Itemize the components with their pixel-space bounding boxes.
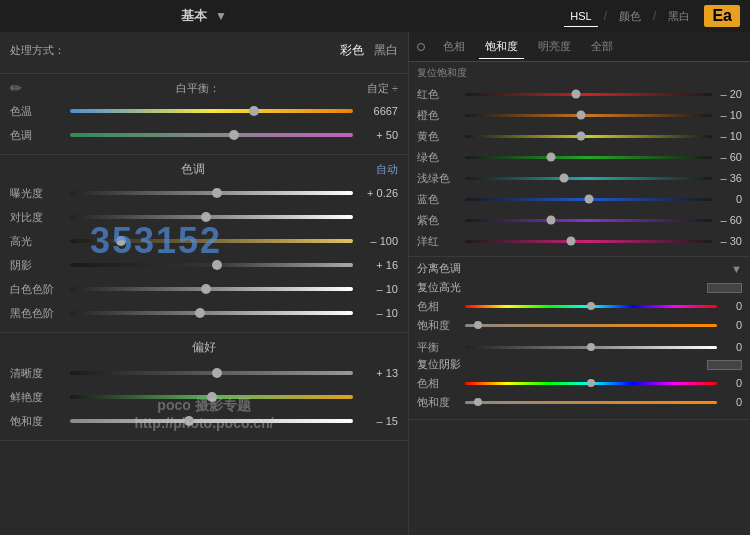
st-highlight-sat-slider[interactable]: [465, 318, 717, 332]
mode-color[interactable]: 彩色: [340, 42, 364, 59]
tone-title: 色调: [10, 161, 376, 178]
st-shadow-sat-slider[interactable]: [465, 395, 717, 409]
yellow-thumb[interactable]: [577, 132, 586, 141]
orange-value: – 10: [712, 109, 742, 121]
temp-thumb[interactable]: [249, 106, 259, 116]
processing-label: 处理方式：: [10, 43, 80, 58]
contrast-thumb[interactable]: [201, 212, 211, 222]
st-highlight-hue-thumb[interactable]: [587, 302, 595, 310]
magenta-value: – 30: [712, 235, 742, 247]
st-shadow-hue-value: 0: [717, 377, 742, 389]
magenta-thumb[interactable]: [567, 237, 576, 246]
white-clip-slider[interactable]: [70, 282, 353, 296]
tone-auto-btn[interactable]: 自动: [376, 162, 398, 177]
st-title: 分离色调: [417, 261, 461, 276]
blue-slider[interactable]: [465, 192, 712, 206]
shadow-slider[interactable]: [70, 258, 353, 272]
st-reset-shadow[interactable]: 复位阴影: [417, 357, 461, 372]
vibrance-slider[interactable]: [70, 390, 353, 404]
clarity-slider[interactable]: [70, 366, 353, 380]
clarity-label: 清晰度: [10, 366, 70, 381]
temp-slider[interactable]: [70, 104, 353, 118]
left-saturation-slider[interactable]: [70, 414, 353, 428]
white-clip-row: 白色色阶 – 10: [10, 278, 398, 300]
green-slider[interactable]: [465, 150, 712, 164]
magenta-label: 洋红: [417, 234, 465, 249]
camera-icon[interactable]: ✏: [10, 80, 30, 96]
hsl-tab-bar: 色相 饱和度 明亮度 全部: [409, 32, 750, 62]
st-highlight-hue-slider[interactable]: [465, 299, 717, 313]
st-arrow[interactable]: ▼: [731, 263, 742, 275]
left-saturation-value: – 15: [353, 415, 398, 427]
st-shadow-sat-thumb[interactable]: [474, 398, 482, 406]
clarity-row: 清晰度 + 13: [10, 362, 398, 384]
magenta-slider[interactable]: [465, 234, 712, 248]
left-saturation-row: 饱和度 – 15: [10, 410, 398, 432]
shadow-label: 阴影: [10, 258, 70, 273]
aqua-slider[interactable]: [465, 171, 712, 185]
preference-section: 偏好 清晰度 + 13 鲜艳度: [0, 333, 408, 441]
rp-tab-saturation[interactable]: 饱和度: [479, 35, 524, 59]
split-toning-section: 分离色调 ▼ 复位高光 色相 0: [409, 257, 750, 420]
red-thumb[interactable]: [572, 90, 581, 99]
purple-row: 紫色 – 60: [417, 210, 742, 230]
orange-thumb[interactable]: [577, 111, 586, 120]
wb-value[interactable]: 自定 ÷: [367, 81, 398, 96]
tint-thumb[interactable]: [229, 130, 239, 140]
red-label: 红色: [417, 87, 465, 102]
exposure-slider[interactable]: [70, 186, 353, 200]
purple-thumb[interactable]: [547, 216, 556, 225]
vibrance-thumb[interactable]: [207, 392, 217, 402]
rp-tab-brightness[interactable]: 明亮度: [532, 35, 577, 58]
st-balance-slider[interactable]: [465, 340, 717, 354]
reset-saturation-btn[interactable]: 复位饱和度: [417, 66, 467, 80]
white-clip-thumb[interactable]: [201, 284, 211, 294]
exposure-thumb[interactable]: [212, 188, 222, 198]
tint-slider[interactable]: [70, 128, 353, 142]
highlight-slider[interactable]: [70, 234, 353, 248]
st-highlight-sat-thumb[interactable]: [474, 321, 482, 329]
preference-title: 偏好: [10, 339, 398, 356]
exposure-label: 曝光度: [10, 186, 70, 201]
st-shadow-hue-slider[interactable]: [465, 376, 717, 390]
st-shadow-swatch[interactable]: [707, 360, 742, 370]
green-value: – 60: [712, 151, 742, 163]
st-balance-thumb[interactable]: [587, 343, 595, 351]
processing-options: 彩色 黑白: [80, 42, 398, 59]
tab-bw[interactable]: 黑白: [662, 5, 696, 28]
orange-slider[interactable]: [465, 108, 712, 122]
shadow-thumb[interactable]: [212, 260, 222, 270]
blue-thumb[interactable]: [584, 195, 593, 204]
rp-tab-hue[interactable]: 色相: [437, 35, 471, 58]
tab-hsl[interactable]: HSL: [564, 6, 597, 27]
black-clip-value: – 10: [353, 307, 398, 319]
purple-slider[interactable]: [465, 213, 712, 227]
ea-badge: Ea: [704, 5, 740, 27]
aqua-thumb[interactable]: [559, 174, 568, 183]
white-clip-label: 白色色阶: [10, 282, 70, 297]
st-highlight-swatch[interactable]: [707, 283, 742, 293]
green-thumb[interactable]: [547, 153, 556, 162]
clarity-thumb[interactable]: [212, 368, 222, 378]
mode-bw[interactable]: 黑白: [374, 42, 398, 59]
black-clip-slider[interactable]: [70, 306, 353, 320]
yellow-label: 黄色: [417, 129, 465, 144]
st-reset-highlight[interactable]: 复位高光: [417, 280, 461, 295]
tab-color[interactable]: 颜色: [613, 5, 647, 28]
yellow-slider[interactable]: [465, 129, 712, 143]
st-highlight-subsection: 复位高光 色相 0 饱和度: [417, 280, 742, 334]
basic-arrow[interactable]: ▼: [215, 9, 227, 23]
red-slider[interactable]: [465, 87, 712, 101]
highlight-thumb[interactable]: [116, 236, 126, 246]
black-clip-thumb[interactable]: [195, 308, 205, 318]
white-clip-value: – 10: [353, 283, 398, 295]
left-saturation-thumb[interactable]: [184, 416, 194, 426]
contrast-slider[interactable]: [70, 210, 353, 224]
orange-label: 橙色: [417, 108, 465, 123]
tint-value: + 50: [353, 129, 398, 141]
st-balance-value: 0: [717, 341, 742, 353]
st-shadow-hue-thumb[interactable]: [587, 379, 595, 387]
rp-tab-all[interactable]: 全部: [585, 35, 619, 58]
shadow-row: 阴影 + 16: [10, 254, 398, 276]
tone-section: 色调 自动 曝光度 + 0.26 对比度: [0, 155, 408, 333]
